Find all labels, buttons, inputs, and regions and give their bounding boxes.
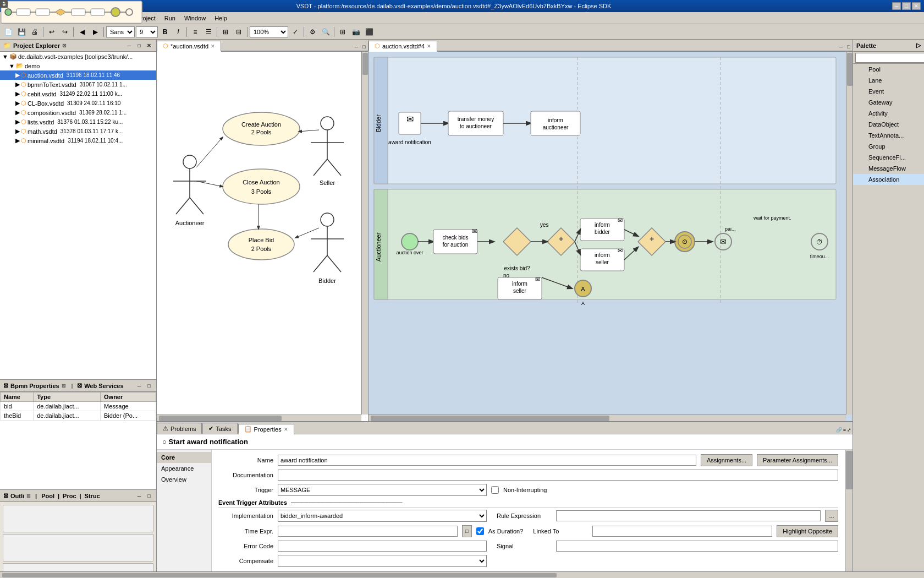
zoom-selector[interactable]: 100% [250, 26, 288, 37]
back-button[interactable]: ◀ [76, 26, 88, 38]
tree-demo[interactable]: ▼ 📂 demo [0, 61, 156, 70]
tree-root[interactable]: ▼ 📦 de.dailab.vsdt-examples [toolipse3/t… [0, 52, 156, 61]
save-button[interactable]: 💾 [15, 26, 28, 38]
left-editor-min[interactable]: ─ [353, 43, 360, 51]
maximize-button[interactable]: □ [902, 2, 911, 10]
close-button[interactable]: ✕ [912, 2, 921, 10]
layout-button[interactable]: ⊟ [233, 26, 245, 38]
tab-problems[interactable]: ⚠ Problems [157, 423, 202, 434]
palette-expand-icon[interactable]: ▷ [916, 42, 921, 49]
right-editor-tab[interactable]: ⬡ auction.vsdtd#4 ✕ [369, 41, 437, 52]
italic-button[interactable]: I [172, 26, 184, 38]
screenshot-button[interactable]: 📷 [350, 26, 362, 38]
forward-button[interactable]: ▶ [89, 26, 101, 38]
name-input[interactable] [278, 455, 696, 466]
proc-tab[interactable]: Proc [63, 493, 76, 499]
bottom-panel-btns[interactable]: 🔗 ≡ ⤢ ─ ✕ [845, 426, 853, 434]
print-button[interactable]: 🖨 [29, 26, 41, 38]
minimize-button[interactable]: ─ [892, 2, 901, 10]
new-button[interactable]: 📄 [2, 26, 14, 38]
right-hscroll[interactable] [369, 415, 846, 421]
search-toolbar-button[interactable]: 🔍 [320, 26, 332, 38]
file-lists[interactable]: ▶ ⬡ lists.vsdtd 31376 01.03.11 15:22 ku.… [0, 117, 156, 127]
maximize-bpmn-btn[interactable]: □ [145, 382, 153, 390]
view-button[interactable]: ⊞ [337, 26, 349, 38]
palette-activity[interactable]: Activity [853, 108, 924, 119]
sidebar-core[interactable]: Core [157, 452, 211, 463]
as-duration-checkbox[interactable] [476, 527, 484, 535]
palette-textannota[interactable]: TextAnnota... [853, 130, 924, 141]
props-tab-close[interactable]: ✕ [284, 427, 288, 432]
minimize-outline-btn[interactable]: ─ [135, 492, 143, 500]
palette-search-input[interactable] [855, 53, 924, 63]
font-size-selector[interactable]: 9 [136, 26, 158, 37]
non-interrupting-checkbox[interactable] [491, 486, 499, 494]
maximize-explorer-btn[interactable]: □ [135, 42, 143, 50]
palette-association[interactable]: Association [853, 174, 924, 185]
palette-group[interactable]: Group [853, 141, 924, 152]
tab-tasks[interactable]: ✔ Tasks [202, 423, 237, 434]
align-left-button[interactable]: ≡ [189, 26, 201, 38]
palette-pool[interactable]: Pool [853, 64, 924, 75]
palette-lane[interactable]: Lane [853, 75, 924, 86]
implementation-select[interactable]: bidder_inform-awarded [278, 510, 487, 522]
export-button[interactable]: ⬛ [363, 26, 375, 38]
tab-properties[interactable]: 📋 Properties ✕ [238, 424, 294, 435]
file-cebit[interactable]: ▶ ⬡ cebit.vsdtd 31249 22.02.11 11:00 k..… [0, 89, 156, 99]
right-vscroll[interactable] [846, 52, 853, 415]
left-tab-close[interactable]: ✕ [211, 43, 215, 49]
pool-tab[interactable]: Pool [41, 493, 54, 499]
left-editor-max[interactable]: □ [360, 43, 368, 51]
props-vscroll[interactable] [845, 450, 853, 578]
file-bpmn[interactable]: ▶ ⬡ bpmnToText.vsdtd 31067 10.02.11 1... [0, 80, 156, 89]
minimize-explorer-btn[interactable]: ─ [125, 42, 133, 50]
close-explorer-btn[interactable]: ✕ [145, 42, 153, 50]
file-clbox[interactable]: ▶ ⬡ CL-Box.vsdtd 31309 24.02.11 16:10 [0, 99, 156, 108]
settings-button[interactable]: ⚙ [306, 26, 318, 38]
grid-button[interactable]: ⊞ [219, 26, 232, 38]
font-selector[interactable]: Sans [106, 26, 135, 37]
table-row[interactable]: bid de.dailab.jiact... Message [1, 402, 156, 411]
palette-dataobject[interactable]: DataObject [853, 119, 924, 130]
minimize-bpmn-btn[interactable]: ─ [135, 382, 143, 390]
bold-button[interactable]: B [159, 26, 171, 38]
struc-tab[interactable]: Struc [85, 493, 100, 499]
palette-event[interactable]: Event [853, 86, 924, 97]
compensate-select[interactable] [278, 555, 487, 567]
right-editor-max[interactable]: □ [845, 43, 853, 51]
time-expr-btn[interactable]: □ [462, 525, 472, 537]
undo-button[interactable]: ↩ [46, 26, 58, 38]
file-auction[interactable]: ▶ ⬡ auction.vsdtd 31196 18.02.11 11:46 [0, 70, 156, 80]
sidebar-overview[interactable]: Overview [157, 474, 211, 485]
highlight-opposite-button[interactable]: Highlight Opposite [777, 525, 838, 537]
assignments-button[interactable]: Assignments... [701, 454, 752, 466]
table-row[interactable]: theBid de.dailab.jiact... Bidder (Po... [1, 411, 156, 421]
left-vscroll[interactable] [361, 52, 368, 415]
redo-button[interactable]: ↪ [59, 26, 71, 38]
zoom-in-button[interactable]: ✓ [289, 26, 301, 38]
time-expr-input[interactable] [278, 526, 458, 537]
trigger-select[interactable]: MESSAGE [278, 484, 487, 496]
rule-expression-browse[interactable]: ... [825, 510, 838, 522]
maximize-outline-btn[interactable]: □ [145, 492, 153, 500]
file-math[interactable]: ▶ ⬡ math.vsdtd 31378 01.03.11 17:17 k... [0, 127, 156, 136]
right-tab-close[interactable]: ✕ [427, 43, 431, 49]
parameter-assignments-button[interactable]: Parameter Assignments... [757, 454, 838, 466]
error-code-input[interactable] [278, 541, 487, 552]
signal-input[interactable] [556, 541, 838, 552]
file-minimal[interactable]: ▶ ⬡ minimal.vsdtd 31194 18.02.11 10:4... [0, 136, 156, 145]
rule-expression-input[interactable] [556, 510, 821, 521]
palette-sequenceflow[interactable]: SequenceFl... [853, 152, 924, 163]
palette-gateway[interactable]: Gateway [853, 97, 924, 108]
file-composition[interactable]: ▶ ⬡ composition.vsdtd 31369 28.02.11 1..… [0, 108, 156, 117]
left-hscroll[interactable] [157, 415, 361, 421]
right-editor-min[interactable]: ─ [837, 43, 845, 51]
sidebar-appearance[interactable]: Appearance [157, 463, 211, 474]
linked-to-input[interactable] [592, 526, 772, 537]
palette-messageflow[interactable]: MessageFlow [853, 163, 924, 174]
menu-help[interactable]: Help [210, 14, 232, 23]
menu-run[interactable]: Run [160, 14, 180, 23]
documentation-input[interactable] [278, 470, 838, 481]
left-editor-tab[interactable]: ⬡ *auction.vsdtd ✕ [157, 41, 221, 52]
align-center-button[interactable]: ☰ [202, 26, 215, 38]
